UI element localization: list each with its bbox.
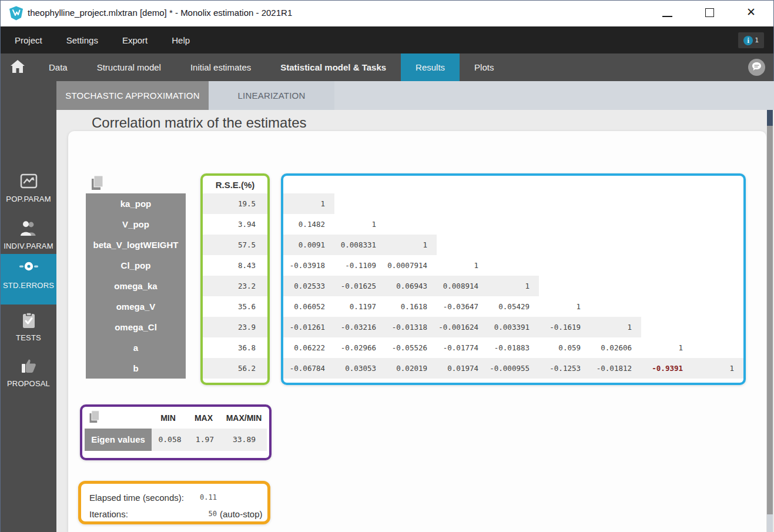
title-bar: theophylline_project.mlxtran [demo] * - … [1, 1, 773, 26]
matrix-cell: 0.1197 [334, 296, 386, 317]
menu-item-help[interactable]: Help [172, 35, 190, 45]
matrix-cell: 1 [590, 317, 641, 337]
close-button[interactable]: ✕ [739, 1, 766, 24]
maximize-icon [705, 8, 714, 17]
parameter-labels: ka_popV_popbeta_V_logtWEIGHTCl_popomega_… [86, 193, 186, 379]
parameter-label: b [86, 358, 186, 379]
matrix-row: 0.14821 [283, 214, 743, 235]
parameter-label: a [86, 337, 186, 358]
eigen-values-table: MINMAXMAX/MIN Eigen values0.0581.9733.89 [80, 404, 272, 460]
matrix-cell: 0.06943 [386, 276, 437, 296]
matrix-cell: -0.01812 [590, 358, 641, 379]
matrix-cell: 0.003391 [488, 317, 539, 337]
menu-items: ProjectSettingsExportHelp [15, 35, 190, 45]
minimize-button[interactable] [654, 1, 681, 24]
matrix-cell: -0.01774 [437, 337, 488, 358]
sidebar-item-indiv-param[interactable]: INDIV.PARAM [1, 215, 56, 250]
matrix-row: 0.06222-0.02966-0.05526-0.01774-0.018830… [283, 337, 743, 358]
home-button[interactable] [1, 53, 34, 81]
sidebar-item-std-errors[interactable]: STD.ERRORS [1, 254, 56, 305]
matrix-cell: 1 [692, 358, 743, 379]
run-info-line: Iterations:50(auto-stop) [89, 506, 267, 522]
menu-bar: ProjectSettingsExportHelp i 1 [1, 26, 773, 53]
matrix-cell: 0.1618 [386, 296, 437, 317]
parameter-label: ka_pop [86, 193, 186, 214]
matrix-row: 1 [283, 193, 743, 214]
tab-results[interactable]: Results [401, 53, 460, 81]
matrix-cell: -0.1253 [539, 358, 590, 379]
menu-item-settings[interactable]: Settings [66, 35, 98, 45]
eigen-value: 0.058 [152, 429, 188, 451]
page-title: Correlation matrix of the estimates [92, 115, 306, 131]
matrix-cell: 1 [334, 214, 386, 235]
eigen-header-max: MAX [187, 413, 220, 423]
scrollbar-cap [767, 110, 773, 126]
scrollbar-thumb[interactable] [767, 126, 773, 514]
sidebar-item-pop-param[interactable]: POP.PARAM [1, 168, 56, 203]
run-info-value: 50 [192, 510, 217, 518]
parameter-label: Cl_pop [86, 255, 186, 276]
parameter-label: beta_V_logtWEIGHT [86, 235, 186, 255]
rse-header: R.S.E.(%) [203, 176, 267, 193]
tab-data[interactable]: Data [34, 53, 82, 81]
matrix-cell: -0.9391 [641, 358, 692, 379]
eigen-value: 1.97 [188, 429, 222, 451]
run-info-value: 0.11 [192, 493, 217, 501]
rse-value: 36.8 [203, 337, 267, 358]
matrix-cell: 0.06222 [283, 337, 334, 358]
matrix-cell: 1 [386, 235, 437, 255]
eigen-row-label: Eigen values [85, 429, 152, 451]
matrix-cell: -0.03647 [437, 296, 488, 317]
window-title: theophylline_project.mlxtran [demo] * - … [28, 8, 292, 18]
matrix-cell: 0.02606 [590, 337, 641, 358]
matrix-cell: 0.06052 [283, 296, 334, 317]
matrix-row: 0.00910.0083311 [283, 235, 743, 255]
subtab-linearization[interactable]: LINEARIZATION [209, 81, 334, 110]
info-icon: i [743, 36, 753, 45]
matrix-cell: 1 [488, 276, 539, 296]
matrix-cell: -0.1619 [539, 317, 590, 337]
results-subtab-bar: STOCHASTIC APPROXIMATIONLINEARIZATION [56, 81, 774, 110]
tab-plots[interactable]: Plots [460, 53, 508, 81]
sidebar-item-label: STD.ERRORS [1, 281, 56, 290]
matrix-cell: 0.008331 [334, 235, 386, 255]
matrix-cell: 0.0091 [283, 235, 334, 255]
sidebar-item-proposal[interactable]: PROPOSAL [1, 352, 56, 388]
notification-badge[interactable]: i 1 [738, 32, 764, 48]
matrix-cell: -0.03216 [334, 317, 386, 337]
main-content: Correlation matrix of the estimates ka_p… [56, 110, 774, 532]
run-info-label: Iterations: [89, 509, 192, 519]
rse-value: 23.9 [203, 317, 267, 337]
copy-table-button[interactable] [90, 175, 105, 191]
menu-item-project[interactable]: Project [15, 35, 42, 45]
run-info-line: Elapsed time (seconds):0.11 [89, 489, 267, 506]
sidebar-item-tests[interactable]: TESTS [1, 306, 56, 342]
notification-count: 1 [755, 36, 759, 44]
tab-structural-model[interactable]: Structural model [82, 53, 176, 81]
nav-tab-bar: DataStructural modelInitial estimatesSta… [1, 53, 773, 81]
matrix-cell: -0.06784 [283, 358, 334, 379]
menu-item-export[interactable]: Export [122, 35, 148, 45]
matrix-row: -0.067840.030530.020190.01974-0.000955-0… [283, 358, 743, 379]
correlation-matrix: 10.148210.00910.0083311-0.03918-0.11090.… [281, 173, 746, 385]
rse-value: 3.94 [203, 214, 267, 235]
copy-eigen-button[interactable] [88, 416, 101, 426]
tab-statistical-model-tasks[interactable]: Statistical model & Tasks [266, 53, 401, 81]
chat-bubble-icon [752, 62, 762, 73]
sidebar-item-label: INDIV.PARAM [1, 242, 56, 250]
thumbs-up-icon [1, 358, 56, 377]
chart-icon [1, 173, 56, 192]
maximize-button[interactable] [696, 1, 723, 24]
subtab-stochastic-approximation[interactable]: STOCHASTIC APPROXIMATION [56, 81, 209, 110]
tab-initial-estimates[interactable]: Initial estimates [176, 53, 266, 81]
matrix-cell: 1 [539, 296, 590, 317]
matrix-cell: 0.02533 [283, 276, 334, 296]
matrix-cell: 0.03053 [334, 358, 386, 379]
parameter-label: omega_V [86, 296, 186, 317]
matrix-row: 0.02533-0.016250.069430.0089141 [283, 276, 743, 296]
matrix-cell: 1 [437, 255, 488, 276]
chat-button[interactable] [748, 59, 765, 76]
parameter-label: omega_ka [86, 276, 186, 296]
matrix-cell: -0.1109 [334, 255, 386, 276]
nav-tabs: DataStructural modelInitial estimatesSta… [34, 53, 508, 81]
